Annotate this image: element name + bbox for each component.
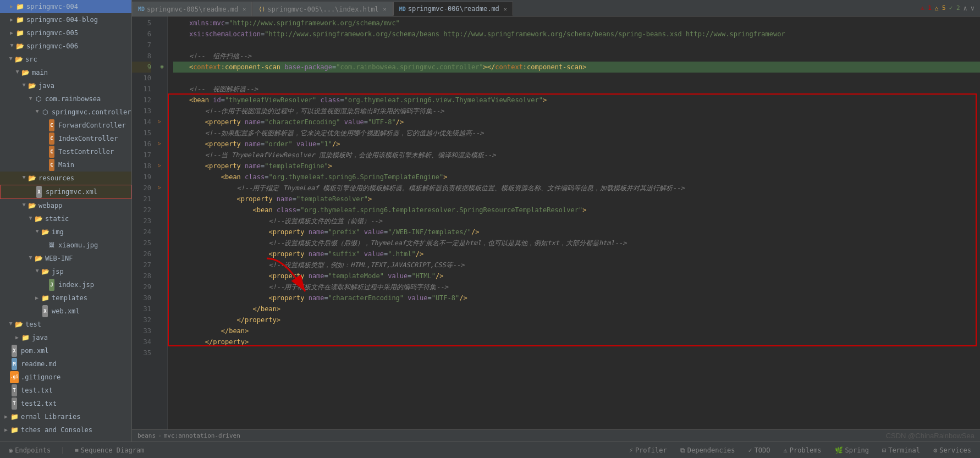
sidebar-label: readme.md (21, 358, 57, 369)
sidebar-item-springmvc005[interactable]: ▶ 📁 springmvc-005 (0, 26, 131, 40)
todo-icon: ✓ (748, 446, 752, 454)
sidebar-item-main[interactable]: C Main (0, 158, 131, 172)
sidebar-item-src[interactable]: ▶ 📂 src (0, 53, 131, 66)
sidebar-label: jsp (52, 266, 64, 277)
sidebar-item-forwardcontroller[interactable]: C ForwardController (0, 119, 131, 132)
sidebar-item-package[interactable]: ▶ ⬡ com.rainbowsea (0, 92, 131, 106)
sidebar-item-indexcontroller[interactable]: C IndexController (0, 132, 131, 145)
sidebar-item-gitignore[interactable]: .gi .gitignore (0, 371, 131, 384)
tab-springmvc005-readme[interactable]: MD springmvc-005\readme.md ✕ (132, 2, 252, 16)
sidebar-item-ext-libraries[interactable]: ▶ 📁 ernal Libraries (0, 410, 131, 423)
xml-file-icon: X (35, 187, 43, 196)
arrow-icon: ▶ (12, 70, 23, 75)
folder-icon: 📁 (15, 29, 24, 37)
tab-springmvc005-index[interactable]: ⟨⟩ springmvc-005\...\index.html ✕ (252, 2, 392, 16)
code-line: <property name="templateEngine"> (173, 161, 980, 172)
code-line: <property name="templateResolver"> (173, 194, 980, 205)
folder-icon: 📁 (10, 412, 19, 421)
sidebar-item-webxml[interactable]: X web.xml (0, 305, 131, 318)
sidebar-label: TestController (58, 146, 114, 157)
code-line: <bean id="thymeleafViewResolver" class="… (173, 95, 980, 106)
sidebar-label: webapp (38, 200, 62, 211)
bottom-tab-sequence[interactable]: ≡ Sequence Diagram (69, 445, 150, 455)
sidebar-item-testcontroller[interactable]: C TestController (0, 145, 131, 158)
bottom-tab-profiler[interactable]: ⚡ Profiler (624, 445, 673, 455)
arrow-icon: ▶ (10, 1, 14, 12)
sidebar-label: springmvc.xml (46, 186, 97, 197)
sidebar-label: springmvc.controller (52, 107, 131, 118)
sidebar-item-main[interactable]: ▶ 📂 main (0, 66, 131, 79)
jsp-file-icon: J (47, 280, 56, 289)
bottom-tab-label: Services (939, 446, 971, 454)
sidebar-label: tches and Consoles (21, 424, 92, 435)
sidebar-item-webapp[interactable]: ▶ 📂 webapp (0, 199, 131, 212)
tab-close-button[interactable]: ✕ (243, 6, 246, 12)
sidebar-label: java (38, 80, 54, 91)
sidebar-label: .gitignore (21, 372, 60, 383)
sidebar-label: springmvc-005 (26, 27, 78, 38)
code-line: <property name="suffix" value=".html"/> (173, 249, 980, 260)
sidebar-item-pomxml[interactable]: X pom.xml (0, 344, 131, 357)
folder-icon: 📁 (21, 333, 30, 342)
sidebar-item-test-java[interactable]: ▶ 📁 java (0, 331, 131, 344)
bottom-tab-todo[interactable]: ✓ TODO (742, 445, 775, 455)
bottom-tab-dependencies[interactable]: ⧉ Dependencies (675, 445, 741, 455)
sidebar: ▶ 📁 springmvc-004 ▶ 📁 springmvc-004-blog… (0, 0, 132, 442)
sidebar-label: test (25, 319, 41, 330)
sidebar-item-webinf[interactable]: ▶ 📂 WEB-INF (0, 252, 131, 265)
code-line: <!--设置模板文件后缀（后缀），ThymeLeaf文件扩展名不一定是html，… (173, 238, 980, 249)
java-file-icon: C (47, 134, 56, 143)
code-line: </property> (173, 336, 980, 347)
code-viewport[interactable]: 5 6 7 8 9 10 11 12 13 14 15 16 17 18 (132, 16, 980, 429)
sidebar-item-controller[interactable]: ▶ ⬡ springmvc.controller (0, 106, 131, 119)
tab-close-button[interactable]: ✕ (504, 6, 507, 12)
sidebar-item-test2txt[interactable]: T test2.txt (0, 397, 131, 410)
sidebar-label: xiaomu.jpg (58, 240, 98, 251)
code-line: <context:component-scan base-package="co… (173, 62, 980, 73)
sidebar-item-indexjsp[interactable]: J index.jsp (0, 278, 131, 291)
sidebar-item-templates[interactable]: ▶ 📁 templates (0, 291, 131, 305)
code-content: xmlns:mvc="http://www.springframework.or… (168, 16, 980, 429)
line-numbers: 5 6 7 8 9 10 11 12 13 14 15 16 17 18 (132, 16, 157, 429)
sidebar-label: web.xml (52, 306, 80, 317)
bottom-tab-services[interactable]: ⚙ Services (928, 445, 977, 455)
folder-icon: 📁 (15, 15, 24, 24)
watermark: CSDN @ChinaRainbowSea (886, 432, 975, 440)
sidebar-item-img[interactable]: ▶ 📂 img (0, 225, 131, 239)
bottom-tab-endpoints[interactable]: ◉ Endpoints (3, 445, 56, 455)
sidebar-item-springmvcxml[interactable]: X springmvc.xml (0, 185, 131, 199)
sidebar-item-jsp[interactable]: ▶ 📂 jsp (0, 265, 131, 278)
sidebar-item-xiaomu[interactable]: 🖼 xiaomu.jpg (0, 239, 131, 252)
code-line: xmlns:mvc="http://www.springframework.or… (173, 18, 980, 29)
breadcrumb-separator: › (158, 432, 162, 439)
folder-icon: 📁 (41, 294, 49, 302)
code-line (173, 40, 980, 51)
code-line: <!--当 ThymeleafViewResolver 渲染模板时，会使用该模板… (173, 150, 980, 161)
code-line: <property name="templateMode" value="HTM… (173, 271, 980, 282)
sidebar-item-springmvc004blog[interactable]: ▶ 📁 springmvc-004-blog (0, 13, 131, 26)
bottom-tab-terminal[interactable]: ⊡ Terminal (877, 445, 926, 455)
sidebar-item-scratches[interactable]: ▶ 📁 tches and Consoles (0, 423, 131, 437)
nav-down[interactable]: ∨ (971, 4, 975, 12)
sidebar-item-springmvc004[interactable]: ▶ 📁 springmvc-004 (0, 0, 131, 13)
sidebar-item-readmemd[interactable]: M readme.md (0, 357, 131, 371)
sidebar-item-springmvc006[interactable]: ▶ 📂 springmvc-006 (0, 40, 131, 53)
tab-close-button[interactable]: ✕ (383, 6, 387, 12)
editor-area: MD springmvc-005\readme.md ✕ ⟨⟩ springmv… (132, 0, 980, 442)
sidebar-item-testtxt[interactable]: T test.txt (0, 384, 131, 397)
sidebar-item-resources[interactable]: ▶ 📂 resources (0, 172, 131, 185)
sidebar-label: test2.txt (21, 398, 57, 409)
sidebar-item-java[interactable]: ▶ 📂 java (0, 79, 131, 92)
bottom-tab-problems[interactable]: ⚠ Problems (778, 445, 827, 455)
sidebar-item-static[interactable]: ▶ 📂 static (0, 212, 131, 225)
tab-springmvc006-readme[interactable]: MD springmvc-006\readme.md ✕ (393, 2, 513, 16)
code-lines: xmlns:mvc="http://www.springframework.or… (168, 16, 980, 360)
code-line: <property name="prefix" value="/WEB-INF/… (173, 227, 980, 238)
sidebar-item-test[interactable]: ▶ 📂 test (0, 318, 131, 331)
arrow-icon: ▶ (4, 411, 9, 422)
code-line (173, 73, 980, 84)
bottom-tab-spring[interactable]: 🌿 Spring (829, 445, 874, 455)
arrow-icon: ▶ (32, 269, 43, 274)
nav-up[interactable]: ∧ (964, 4, 967, 12)
tab-label: springmvc-005\...\index.html (267, 5, 378, 13)
